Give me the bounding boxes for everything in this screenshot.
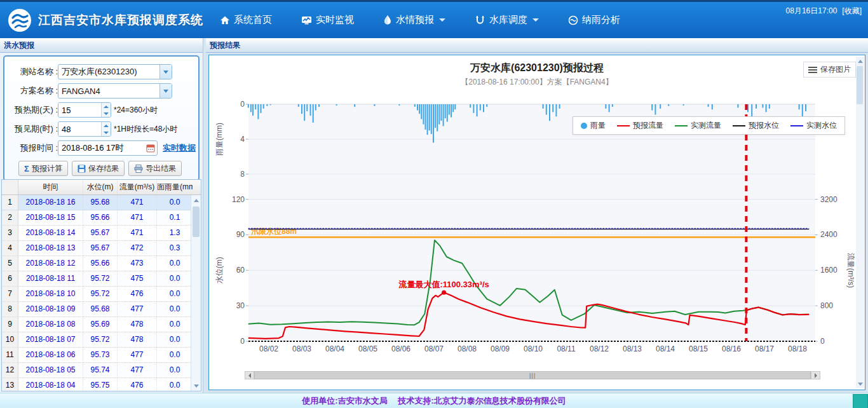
scroll-right-icon[interactable]: [811, 371, 820, 379]
svg-text:3200: 3200: [820, 195, 837, 204]
svg-text:雨量(mm): 雨量(mm): [215, 123, 224, 156]
column-header[interactable]: 流量(m³/s): [118, 180, 157, 194]
warmup-note: *24=360小时: [114, 105, 158, 116]
column-header[interactable]: 水位(m): [83, 180, 118, 194]
header-datetime: 08月16日17:00: [786, 6, 837, 17]
legend-dot-icon: [581, 123, 587, 129]
table-row[interactable]: 42018-08-18 1395.674720.3: [2, 241, 201, 256]
scrollbar-thumb[interactable]: [857, 66, 863, 104]
svg-text:2400: 2400: [820, 230, 837, 239]
horizon-label: 预见期(时) :: [4, 123, 58, 135]
spin-down-icon[interactable]: [102, 129, 111, 136]
table-row[interactable]: 102018-08-18 0795.724780.0: [2, 332, 201, 348]
scheme-select[interactable]: FANGAN4: [58, 83, 172, 99]
scroll-down-icon[interactable]: [856, 379, 864, 388]
svg-text:08/12: 08/12: [590, 344, 609, 353]
nav-item-纳雨分析[interactable]: 纳雨分析: [568, 14, 620, 26]
forecast-time-label: 预报时间 :: [4, 142, 58, 154]
chevron-down-icon[interactable]: [159, 84, 172, 98]
station-select[interactable]: 万安水库(62301230): [58, 64, 172, 79]
horizon-input[interactable]: [58, 122, 101, 136]
scheme-label: 方案名称 :: [4, 85, 58, 97]
calendar-icon[interactable]: [144, 142, 157, 154]
table-row[interactable]: 72018-08-18 1095.724760.0: [2, 287, 201, 302]
legend-item-预报水位[interactable]: 预报水位: [733, 120, 779, 131]
legend-line-icon: [617, 125, 630, 126]
spin-down-icon[interactable]: [102, 110, 111, 117]
table-row[interactable]: 32018-08-18 1495.674711.3: [2, 226, 201, 241]
svg-text:120: 120: [232, 195, 245, 204]
corner-widget-button[interactable]: [853, 394, 868, 408]
menu-icon: [808, 65, 817, 74]
legend-item-雨量[interactable]: 雨量: [581, 120, 606, 131]
app-window: 江西吉安市水库预报调度系统 系统首页实时监视水情预报水库调度纳雨分析 08月16…: [0, 0, 868, 408]
warmup-input[interactable]: [58, 103, 101, 117]
table-row[interactable]: 132018-08-18 0495.754760.0: [2, 378, 201, 391]
column-header[interactable]: 时间: [18, 180, 83, 194]
spin-up-icon[interactable]: [102, 122, 111, 129]
legend-item-实测水位[interactable]: 实测水位: [790, 120, 837, 131]
table-row[interactable]: 92018-08-18 0895.694780.0: [2, 317, 201, 332]
warmup-stepper[interactable]: [58, 102, 111, 118]
spin-up-icon[interactable]: [102, 103, 111, 110]
table-row[interactable]: 122018-08-18 0595.744770.0: [2, 363, 201, 378]
forecast-table: 时间水位(m)流量(m³/s)面雨量(mm) 12018-08-18 1695.…: [1, 179, 201, 391]
scroll-up-icon[interactable]: [856, 57, 864, 65]
svg-text:90: 90: [236, 230, 245, 239]
sigma-icon: Σ: [24, 164, 29, 173]
app-logo-icon: [8, 8, 32, 32]
svg-text:08/03: 08/03: [292, 344, 311, 353]
chevron-down-icon[interactable]: [159, 65, 172, 79]
svg-text:08/14: 08/14: [656, 344, 675, 353]
monitor-icon: [301, 15, 312, 25]
realtime-data-link[interactable]: 实时数据: [163, 142, 196, 154]
nav-item-水情预报[interactable]: 水情预报: [383, 14, 445, 26]
calc-forecast-button[interactable]: Σ 预报计算: [18, 161, 68, 176]
svg-text:08/07: 08/07: [424, 344, 444, 353]
export-result-button[interactable]: 导出结果: [128, 161, 182, 176]
table-row[interactable]: 82018-08-18 0995.684770.0: [2, 302, 201, 317]
legend-item-预报流量[interactable]: 预报流量: [617, 120, 663, 131]
svg-text:08/10: 08/10: [524, 344, 543, 353]
horizon-stepper[interactable]: [58, 121, 111, 137]
scroll-left-icon[interactable]: [245, 371, 254, 379]
scrollbar-thumb[interactable]: [193, 207, 200, 237]
table-row[interactable]: 62018-08-18 1195.724750.0: [2, 271, 201, 287]
svg-text:08/16: 08/16: [722, 344, 741, 353]
table-row[interactable]: 112018-08-18 0695.734770.0: [2, 348, 201, 363]
table-row[interactable]: 12018-08-18 1695.684710.0: [2, 195, 201, 210]
svg-text:08/13: 08/13: [623, 344, 642, 353]
h-scrollbar-track[interactable]: |||: [254, 371, 811, 379]
save-image-button[interactable]: 保存图片: [803, 62, 856, 78]
warmup-label: 预热期(天) :: [4, 104, 58, 116]
home-icon: [220, 15, 230, 25]
nav-item-水库调度[interactable]: 水库调度: [475, 14, 539, 26]
scroll-up-icon[interactable]: [191, 195, 201, 205]
favorite-link[interactable]: [收藏]: [842, 6, 862, 17]
table-row[interactable]: 52018-08-18 1295.664730.0: [2, 256, 201, 271]
right-panel-title: 预报结果: [206, 38, 868, 53]
chart-title: 万安水库(62301230)预报过程: [209, 62, 865, 75]
forecast-result-panel: 预报结果 万安水库(62301230)预报过程 【2018-08-16 17:0…: [206, 38, 868, 393]
forecast-time-field[interactable]: 2018-08-16 17时: [58, 140, 158, 156]
table-body: 12018-08-18 1695.684710.022018-08-18 159…: [2, 195, 201, 391]
svg-text:08/17: 08/17: [755, 344, 774, 353]
nav-item-系统首页[interactable]: 系统首页: [220, 14, 272, 26]
svg-text:08/06: 08/06: [391, 344, 410, 353]
legend-item-实测流量[interactable]: 实测流量: [675, 120, 721, 131]
chart-h-scrollbar[interactable]: |||: [245, 371, 820, 379]
save-result-button[interactable]: 保存结果: [72, 161, 125, 176]
scroll-down-icon[interactable]: [191, 381, 201, 391]
flood-forecast-panel: 洪水预报 测站名称 : 万安水库(62301230) 方案名称 : FANGAN…: [0, 38, 203, 393]
legend-line-icon: [733, 125, 745, 126]
chart-v-scrollbar[interactable]: [856, 57, 864, 388]
svg-text:08/04: 08/04: [325, 344, 344, 353]
svg-text:08/18: 08/18: [788, 344, 807, 353]
nav-item-实时监视[interactable]: 实时监视: [301, 14, 354, 26]
svg-text:8: 8: [240, 170, 245, 179]
forecast-form: 测站名称 : 万安水库(62301230) 方案名称 : FANGAN4 预热期…: [3, 55, 200, 181]
table-scrollbar[interactable]: [191, 195, 201, 391]
column-header[interactable]: 面雨量(mm): [157, 180, 193, 194]
left-panel-title: 洪水预报: [0, 38, 203, 53]
table-row[interactable]: 22018-08-18 1595.664710.1: [2, 210, 201, 226]
